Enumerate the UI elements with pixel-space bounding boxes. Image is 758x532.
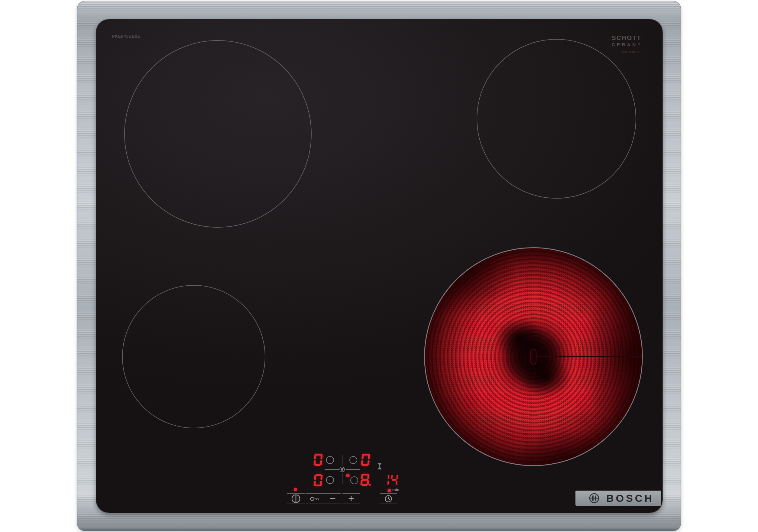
cooking-zone-back-right [477, 39, 636, 198]
bosch-anchor-icon [589, 493, 600, 504]
power-icon [291, 494, 301, 504]
selector-zone-back-left [326, 456, 334, 464]
timer-button[interactable] [380, 493, 397, 504]
registered-mark: ® [638, 43, 640, 46]
zone-selector-clock-icon [339, 467, 345, 472]
product-photo: PKE645BB2E SCHOTT CERAN® 9001608116 [0, 0, 758, 532]
cooking-zone-front-left [122, 285, 265, 428]
timer-unit-label: min [392, 487, 399, 492]
ceran-wordmark: CERAN® [612, 42, 641, 47]
selector-zone-front-left [326, 476, 334, 484]
glass-serial-code: 9001608116 [612, 51, 641, 54]
display-zone-back-left [314, 454, 324, 466]
power-button[interactable] [287, 493, 305, 504]
selector-zone-back-right [349, 456, 357, 464]
active-zone-led [346, 474, 350, 477]
minus-label: − [330, 493, 336, 503]
display-timer [383, 475, 399, 485]
bosch-wordmark: BOSCH [606, 493, 654, 503]
clock-icon [384, 495, 392, 503]
plus-label: + [348, 493, 354, 503]
element-thermostat-probe [531, 349, 536, 365]
hob-frame: PKE645BB2E SCHOTT CERAN® 9001608116 [77, 1, 681, 531]
power-led [294, 488, 297, 491]
cooking-zone-back-left [124, 40, 312, 228]
selector-cross-hline-right [346, 469, 360, 470]
selector-zone-front-right [350, 477, 358, 484]
child-lock-button[interactable] [306, 493, 324, 504]
element-lead-wire [534, 356, 642, 357]
display-zone-front-left [314, 474, 324, 486]
selector-cross-hline-left [325, 469, 339, 470]
brand-badge: BOSCH [575, 491, 661, 506]
display-zone-front-right [361, 474, 370, 486]
model-number: PKE645BB2E [112, 34, 141, 39]
increase-button[interactable]: + [342, 493, 360, 504]
selector-cross-vline-bottom [342, 473, 342, 484]
timer-min-led [388, 489, 391, 492]
ceramic-glass: PKE645BB2E SCHOTT CERAN® 9001608116 [96, 19, 663, 513]
selector-cross-vline-top [342, 455, 342, 466]
decrease-button[interactable]: − [324, 493, 341, 504]
display-zone-back-right [362, 454, 371, 466]
key-lock-icon [310, 496, 320, 502]
cooking-zone-front-right-active [424, 247, 643, 466]
glass-brand-logo: SCHOTT CERAN® 9001608116 [612, 34, 641, 54]
schott-wordmark: SCHOTT [612, 34, 641, 41]
hourglass-icon [377, 463, 382, 470]
